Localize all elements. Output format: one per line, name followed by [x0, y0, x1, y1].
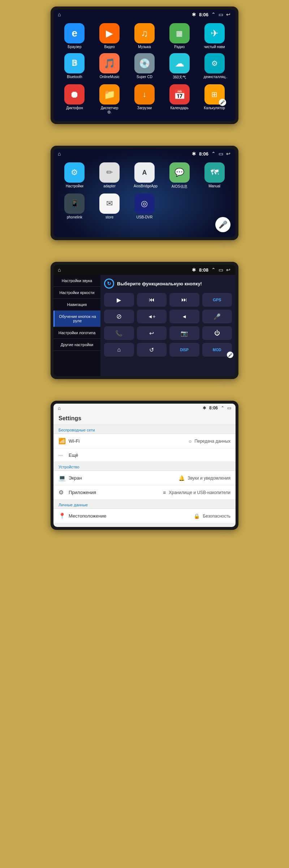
ctrl-hangup[interactable]: ↩ — [137, 326, 167, 340]
music-icon: ♫ — [134, 23, 155, 43]
super-cd-icon: 💿 — [134, 53, 155, 73]
device-frame-4: ⌂ ✱ 8:06 ⌃ ▭ Settings Беспроводные сети … — [51, 401, 238, 530]
app-file-manager[interactable]: 📁 Диспетчер ф. — [94, 84, 125, 114]
refresh-icon[interactable]: ↻ — [104, 278, 114, 289]
ctrl-disp[interactable]: DISP — [169, 343, 199, 357]
browser-icon: e — [64, 23, 85, 43]
screen-right: 🔔 Звуки и уведомления — [178, 475, 230, 481]
downloads-icon: ↓ — [134, 84, 155, 105]
sidebar-sound[interactable]: Настройки звука — [53, 275, 100, 287]
app-phonelink[interactable]: 📱 phonelink — [59, 193, 90, 219]
mic-badge: 🎤 — [219, 99, 226, 106]
ctrl-call[interactable]: 📞 — [104, 326, 134, 340]
back-icon-3[interactable]: ↩ — [226, 267, 230, 273]
watermark-3: carmitek — [219, 383, 234, 387]
app-video[interactable]: ▶ Видео — [94, 23, 125, 49]
app-manual[interactable]: 🗺 Manual — [199, 162, 230, 189]
ctrl-play[interactable]: ▶ — [104, 293, 134, 307]
ctrl-prev[interactable]: ⏮ — [137, 293, 167, 307]
list-icon: ≡ — [163, 490, 166, 495]
sidebar-navigation[interactable]: Навигация — [53, 299, 100, 311]
apps-label: Приложения — [69, 490, 163, 495]
app-calendar[interactable]: 📅 Календарь — [164, 84, 195, 114]
app-weather[interactable]: ☁ 360天气 — [164, 53, 195, 80]
ctrl-vol-up[interactable]: ◄+ — [137, 310, 167, 323]
settings-row-location[interactable]: 📍 Местоположение 🔒 Безопасность — [53, 509, 236, 523]
calendar-icon: 📅 — [169, 84, 190, 105]
app-uninstall[interactable]: ⚙ деинсталляц.. — [199, 53, 230, 80]
steering-title-text: Выберите функциональную кнопку! — [117, 281, 202, 286]
home-icon[interactable]: ⌂ — [58, 12, 61, 17]
sidebar-other[interactable]: Другие настройки — [53, 339, 100, 351]
sidebar-brightness[interactable]: Настройки яркости — [53, 287, 100, 299]
app-browser[interactable]: e Браузер — [59, 23, 90, 49]
app-music[interactable]: ♫ Музыка — [129, 23, 160, 49]
ctrl-gps[interactable]: GPS — [202, 293, 232, 307]
ctrl-home[interactable]: ⌂ — [104, 343, 134, 357]
app-online-music[interactable]: 🎵 OnlineMusic — [94, 53, 125, 80]
screen-4: ⌂ ✱ 8:06 ⌃ ▭ Settings Беспроводные сети … — [53, 404, 236, 527]
app-dictophone[interactable]: ⏺ Диктофон — [59, 84, 90, 114]
settings-row-apps[interactable]: ⚙ Приложения ≡ Хранилище и USB-накопител… — [53, 485, 236, 500]
adapter-icon: ✏ — [99, 162, 120, 183]
bluetooth-icon: ✱ — [192, 12, 196, 17]
watermark-2: carmitek — [219, 244, 234, 248]
sidebar-steering[interactable]: Обучение кнопок на руле — [53, 311, 100, 327]
bluetooth-app-icon: 𝔹 — [64, 53, 85, 73]
app-navi[interactable]: ✈ чистый нави — [199, 23, 230, 49]
storage-label: Хранилище и USB-накопители — [169, 490, 230, 495]
chevron-icon-4: ⌃ — [221, 405, 224, 410]
steering-main: ↻ Выберите функциональную кнопку! ▶ ⏮ ⏭ … — [100, 275, 236, 376]
ctrl-power[interactable]: ⏻ — [202, 326, 232, 340]
weather-label: 360天气 — [173, 75, 186, 80]
section-3: ⌂ ✱ 8:08 ⌃ ▭ ↩ Настройки звука Настройки… — [51, 255, 238, 390]
ctrl-back[interactable]: ↺ — [137, 343, 167, 357]
wifi-label: Wi-Fi — [69, 438, 189, 444]
app-bluetooth[interactable]: 𝔹 Bluetooth — [59, 53, 90, 80]
app-calculator[interactable]: ⊞ 🎤 Калькулятор — [199, 84, 230, 114]
gap-1 — [0, 135, 289, 139]
app-store[interactable]: ✉ store — [94, 193, 125, 219]
dots-icon: ··· — [59, 452, 69, 458]
sidebar-logo[interactable]: Настройки логотипа — [53, 327, 100, 339]
home-icon-2[interactable]: ⌂ — [58, 151, 61, 157]
time-display-2: 8:06 — [199, 151, 208, 157]
ctrl-mic[interactable]: 🎤 — [202, 310, 232, 323]
settings-row-wifi[interactable]: 📶 Wi-Fi ○ Передача данных — [53, 434, 236, 448]
settings-row-screen[interactable]: 💻 Экран 🔔 Звуки и уведомления — [53, 471, 236, 485]
app-aios-msg[interactable]: 💬 AIOS信息 — [164, 162, 195, 189]
location-right: 🔒 Безопасность — [194, 513, 230, 519]
control-button-grid: ▶ ⏮ ⏭ GPS ⊘ ◄+ ◄ 🎤 📞 ↩ 📷 ⏻ ⌂ ↺ — [104, 293, 232, 357]
app-usb-dvr[interactable]: ◎ USB-DVR — [129, 193, 160, 219]
usb-dvr-label: USB-DVR — [136, 215, 152, 219]
app-super-cd[interactable]: 💿 Super CD — [129, 53, 160, 80]
app-radio[interactable]: ▦ Радио — [164, 23, 195, 49]
app-downloads[interactable]: ↓ Загрузки — [129, 84, 160, 114]
ctrl-no[interactable]: ⊘ — [104, 310, 134, 323]
store-label: store — [105, 215, 113, 219]
screen-label: Экран — [69, 475, 178, 481]
online-music-label: OnlineMusic — [100, 75, 120, 79]
settings-layout: Настройки звука Настройки яркости Навига… — [53, 275, 236, 376]
ctrl-next[interactable]: ⏭ — [169, 293, 199, 307]
back-icon[interactable]: ↩ — [226, 12, 230, 17]
ctrl-camera[interactable]: 📷 — [169, 326, 199, 340]
mic-float-button[interactable]: 🎤 — [215, 217, 230, 232]
radio-icon: ▦ — [169, 23, 190, 43]
back-icon-2[interactable]: ↩ — [226, 151, 230, 157]
browser-label: Браузер — [68, 45, 81, 49]
app-adapter[interactable]: ✏ adapter — [94, 162, 125, 189]
data-label: Передача данных — [194, 439, 230, 444]
app-settings[interactable]: ⚙ Настройки — [59, 162, 90, 189]
bluetooth-icon-4: ✱ — [203, 405, 206, 410]
home-icon-4[interactable]: ⌂ — [58, 405, 61, 411]
online-music-icon: 🎵 — [99, 53, 120, 73]
app-aios-bridge[interactable]: A AiosBridgeApp — [129, 162, 160, 189]
bluetooth-label: Bluetooth — [67, 75, 82, 79]
settings-sidebar: Настройки звука Настройки яркости Навига… — [53, 275, 100, 376]
status-bar-2: ⌂ ✱ 8:06 ⌃ ▭ ↩ — [53, 149, 236, 159]
ctrl-vol-down[interactable]: ◄ — [169, 310, 199, 323]
ctrl-mode[interactable]: MOD 🎤 — [202, 343, 232, 357]
settings-row-more[interactable]: ··· Ещё — [53, 448, 236, 462]
home-icon-3[interactable]: ⌂ — [58, 267, 61, 273]
